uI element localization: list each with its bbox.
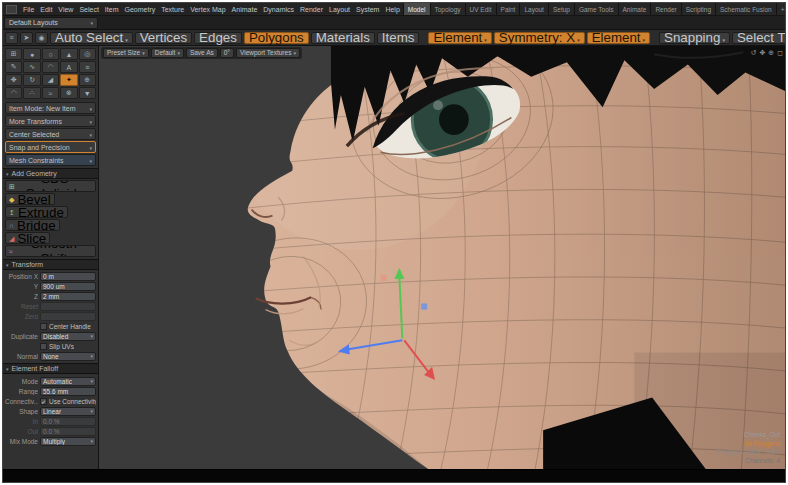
cylinder-tool-icon[interactable]: ○ [42, 48, 59, 60]
geometry-tool-button[interactable]: ∩ Bridge [5, 219, 60, 231]
viewport-header-button[interactable]: Preset Size [103, 48, 149, 58]
panel-dropdown[interactable]: Center Selected [5, 128, 96, 140]
layout-tab[interactable]: Animate [618, 3, 651, 15]
viewport-header-button[interactable]: Viewport Textures [236, 48, 300, 58]
cone-tool-icon[interactable]: ▲ [60, 48, 77, 60]
move-tool-icon[interactable]: ✥ [5, 74, 22, 86]
position-x-field[interactable]: 0 m [40, 272, 96, 281]
layout-tab[interactable]: Setup [548, 3, 574, 15]
menu-item[interactable]: System [353, 6, 382, 13]
menu-item[interactable]: Layout [326, 6, 353, 13]
pan-icon[interactable]: ✥ [759, 49, 765, 56]
mode-toolbar-button[interactable]: Snapping [659, 32, 730, 44]
use-connectivity-checkbox[interactable] [40, 398, 47, 405]
mode-toolbar-button[interactable]: Select Through [732, 32, 785, 44]
chevron-down-icon [89, 157, 92, 164]
layout-tab[interactable]: Model [403, 3, 430, 15]
snap-precision-button[interactable]: Snap and Precision [5, 141, 96, 153]
menu-item[interactable]: View [55, 6, 76, 13]
viewport-header-button[interactable]: Save As [186, 48, 218, 58]
mode-toolbar-button[interactable]: Element [587, 32, 650, 44]
pointer-icon[interactable]: ➤ [20, 32, 33, 44]
falloff-mode-dropdown[interactable]: Automatic [40, 377, 96, 386]
scale-tool-icon[interactable]: ◢ [42, 74, 59, 86]
flex-tool-icon[interactable]: ⊗ [60, 87, 77, 99]
menu-item[interactable]: Animate [229, 6, 261, 13]
layout-tab[interactable]: Paint [496, 3, 520, 15]
menu-item[interactable]: Render [297, 6, 326, 13]
mix-mode-dropdown[interactable]: Multiply [40, 437, 96, 446]
mesh-constraints-button[interactable]: Mesh Constraints [5, 154, 96, 166]
pen-tool-icon[interactable]: ✎ [5, 61, 22, 73]
paint-select-icon[interactable]: ◉ [35, 32, 48, 44]
slip-uvs-checkbox[interactable] [40, 343, 47, 350]
text-tool-icon[interactable]: A [60, 61, 77, 73]
menu-item[interactable]: Vertex Map [187, 6, 228, 13]
menu-icon[interactable]: ≡ [5, 32, 18, 44]
panel-dropdown[interactable]: Item Mode: New Item [5, 102, 96, 114]
menu-item[interactable]: File [20, 6, 37, 13]
add-geometry-section-header[interactable]: Add Geometry [3, 168, 98, 179]
menu-item[interactable]: Help [382, 6, 402, 13]
falloff-tool-icon[interactable]: ◠ [5, 87, 22, 99]
position-z-field[interactable]: 2 mm [40, 292, 96, 301]
falloff-range-field[interactable]: 55.6 mm [40, 387, 96, 396]
transform-tool-icon[interactable]: ⊕ [79, 74, 96, 86]
menu-item[interactable]: Geometry [121, 6, 158, 13]
layout-tab[interactable]: Schematic Fusion [715, 3, 776, 15]
mode-toolbar-button[interactable]: Items [377, 32, 420, 44]
menu-item[interactable]: Edit [37, 6, 55, 13]
curve-tool-icon[interactable]: ∿ [23, 61, 40, 73]
mode-toolbar-button[interactable]: Edges [194, 32, 242, 44]
mode-toolbar-button[interactable]: Polygons [244, 32, 309, 44]
layout-switcher-dropdown[interactable]: Default Layouts [4, 17, 98, 29]
geometry-tool-button[interactable]: ≈ Smooth Shift [5, 245, 96, 257]
panel-dropdown[interactable]: More Transforms [5, 115, 96, 127]
mode-toolbar-button[interactable]: Auto Select [50, 32, 133, 44]
mode-toolbar-button[interactable]: Vertices [135, 32, 192, 44]
geometry-tool-button[interactable]: ⊞ SDS Subdivide [5, 180, 96, 192]
layout-tab[interactable]: + [776, 3, 786, 15]
position-y-field[interactable]: 900 um [40, 282, 96, 291]
falloff-shape-dropdown[interactable]: Linear [40, 407, 96, 416]
layout-tab[interactable]: Scripting [681, 3, 715, 15]
viewport-header-button[interactable]: Default [151, 48, 184, 58]
rotate-tool-icon[interactable]: ↻ [23, 74, 40, 86]
geometry-tool-button[interactable]: ↥ Extrude [5, 206, 68, 218]
chevron-down-icon [575, 30, 580, 45]
orbit-icon[interactable]: ↺ [751, 49, 757, 56]
arc-tool-icon[interactable]: ◠ [42, 61, 59, 73]
element-move-tool-icon[interactable]: ✦ [60, 74, 77, 86]
transform-section-header[interactable]: Transform [3, 259, 98, 270]
torus-tool-icon[interactable]: ◎ [79, 48, 96, 60]
geometry-tool-button[interactable]: ◢ Slice [5, 232, 50, 244]
sculpt-tool-icon[interactable]: ▼ [79, 87, 96, 99]
layout-tab[interactable]: Game Tools [574, 3, 618, 15]
menu-item[interactable]: Dynamics [260, 6, 297, 13]
maximize-icon[interactable]: ◻ [777, 49, 783, 56]
center-handle-checkbox[interactable] [40, 323, 47, 330]
3d-viewport[interactable]: Preset Size Default Save As 0° [99, 46, 785, 469]
menu-item[interactable]: Item [102, 6, 122, 13]
menu-item[interactable]: Texture [158, 6, 187, 13]
mode-toolbar-button[interactable]: Materials [311, 32, 375, 44]
layout-tab[interactable]: Topology [430, 3, 465, 15]
normal-dropdown[interactable]: None [40, 352, 96, 361]
element-falloff-section-header[interactable]: Element Falloff [3, 363, 98, 374]
layout-tab[interactable]: Layout [519, 3, 548, 15]
zoom-icon[interactable]: ⊕ [768, 49, 774, 56]
cube-tool-icon[interactable]: ⊞ [5, 48, 22, 60]
viewport-canvas[interactable] [99, 46, 785, 469]
menu-item[interactable]: Select [76, 6, 101, 13]
geometry-tool-button[interactable]: ◆ Bevel [5, 193, 55, 205]
sphere-tool-icon[interactable]: ● [23, 48, 40, 60]
mode-toolbar-button[interactable]: Symmetry: X [494, 32, 585, 44]
smooth-tool-icon[interactable]: ≈ [42, 87, 59, 99]
duplicate-dropdown[interactable]: Disabled [40, 332, 96, 341]
tube-tool-icon[interactable]: ≡ [79, 61, 96, 73]
viewport-header-button[interactable]: 0° [220, 48, 234, 58]
jitter-tool-icon[interactable]: ∴ [23, 87, 40, 99]
layout-tab[interactable]: UV Edit [465, 3, 496, 15]
layout-tab[interactable]: Render [650, 3, 680, 15]
mode-toolbar-button[interactable]: Element [428, 32, 491, 44]
